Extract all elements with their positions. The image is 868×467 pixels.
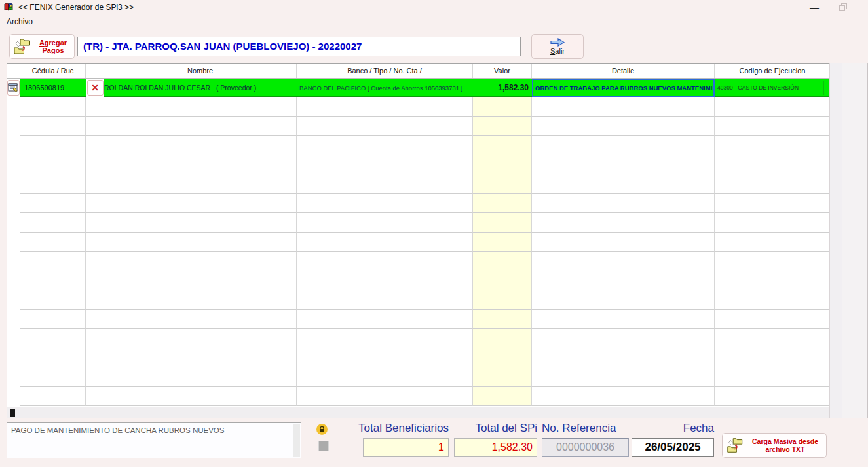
titlebar: << FENIX Generador de SPi3 >> — <box>0 0 868 14</box>
cell-detalle-selected[interactable]: ORDEN DE TRABAJO PARA RUBROS NUEVOS MANT… <box>532 79 715 97</box>
menu-archivo[interactable]: Archivo <box>0 14 39 29</box>
agregar-pagos-label: Agregar Pagos <box>32 39 74 54</box>
no-referencia-label: No. Referencia <box>542 422 647 435</box>
table-horizontal-scrollbar[interactable] <box>7 407 829 418</box>
table-header: Cédula / Ruc Nombre Banco / Tipo / No. C… <box>7 64 829 79</box>
col-cedula: Cédula / Ruc <box>20 64 86 78</box>
table-row-empty[interactable] <box>7 252 829 271</box>
table-vertical-scrollbar[interactable] <box>829 63 842 418</box>
table-row-empty[interactable] <box>7 136 829 155</box>
minimize-button[interactable]: — <box>804 0 824 14</box>
salir-label: Salir <box>550 47 565 55</box>
payment-row: 1306590819 ✕ ROLDAN ROLDAN JULIO CESAR (… <box>7 79 829 97</box>
edit-row-button[interactable] <box>7 80 20 96</box>
col-detalle: Detalle <box>532 64 715 78</box>
fecha-field[interactable]: 26/05/2025 <box>632 438 714 457</box>
carga-masiva-button[interactable]: Carga Masiva desde archivo TXT <box>722 433 827 458</box>
carga-masiva-label: Carga Masiva desde archivo TXT <box>744 438 826 453</box>
table-row-empty[interactable] <box>7 329 829 348</box>
salir-button[interactable]: Salir <box>531 34 584 59</box>
cell-nombre[interactable]: ROLDAN ROLDAN JULIO CESAR ( Proveedor ) <box>104 79 297 97</box>
table-row-empty[interactable] <box>7 194 829 214</box>
cell-codigo[interactable]: 40300 - GASTO DE INVERSIÓN <box>715 79 829 97</box>
total-spi-label: Total del SPi <box>454 422 537 435</box>
empty-rows <box>7 97 829 406</box>
table-row-empty[interactable] <box>7 155 829 175</box>
exit-arrow-icon <box>550 38 565 47</box>
table-row-empty[interactable] <box>7 367 829 387</box>
col-rowselector <box>7 64 20 78</box>
descripcion-scrollbar[interactable] <box>293 424 300 457</box>
col-delete <box>86 64 104 78</box>
app-window: << FENIX Generador de SPi3 >> — Archivo … <box>0 0 868 467</box>
table-row-empty[interactable] <box>7 174 829 194</box>
restore-button[interactable] <box>833 0 853 14</box>
status-square[interactable] <box>318 441 329 451</box>
fecha-label: Fecha <box>632 422 714 435</box>
table-row-empty[interactable] <box>7 290 829 310</box>
table-right-gutter <box>842 63 868 418</box>
cell-valor[interactable]: 1,582.30 <box>473 79 532 97</box>
cell-banco[interactable]: BANCO DEL PACIFICO [ Cuenta de Ahorros 1… <box>297 79 473 97</box>
col-banco: Banco / Tipo / No. Cta / <box>297 64 473 78</box>
total-spi-field: 1,582.30 <box>454 438 537 457</box>
folder-transfer-icon <box>12 37 32 56</box>
payments-table: Cédula / Ruc Nombre Banco / Tipo / No. C… <box>7 63 829 407</box>
col-codigo: Codigo de Ejecucion <box>715 64 829 78</box>
delete-x-icon: ✕ <box>91 83 99 92</box>
window-title: << FENIX Generador de SPi3 >> <box>18 3 134 12</box>
lock-icon <box>316 424 328 435</box>
col-nombre: Nombre <box>104 64 297 78</box>
hscroll-thumb[interactable] <box>10 409 15 417</box>
descripcion-textarea[interactable]: PAGO DE MANTENIMIENTO DE CANCHA RUBROS N… <box>7 422 301 458</box>
descripcion-text: PAGO DE MANTENIMIENTO DE CANCHA RUBROS N… <box>7 423 301 434</box>
table-row-empty[interactable] <box>7 97 829 117</box>
restore-icon <box>839 3 847 11</box>
cell-cedula[interactable]: 1306590819 <box>20 79 86 97</box>
col-valor: Valor <box>473 64 532 78</box>
app-icon <box>4 2 14 12</box>
table-row-empty[interactable] <box>7 387 829 407</box>
table-row-empty[interactable] <box>7 213 829 233</box>
table-row-empty[interactable] <box>7 310 829 329</box>
table-row-empty[interactable] <box>7 117 829 136</box>
entity-field[interactable]: (TR) - JTA. PARROQ.SAN JUAN (PUEBLOVIEJO… <box>77 37 521 56</box>
table-row-empty[interactable] <box>7 348 829 368</box>
no-referencia-field[interactable]: 0000000036 <box>542 438 629 457</box>
delete-row-button[interactable]: ✕ <box>87 80 104 96</box>
total-beneficiarios-field: 1 <box>363 438 449 457</box>
menubar: Archivo <box>0 14 868 29</box>
folder-transfer-icon <box>726 436 744 455</box>
table-row-empty[interactable] <box>7 271 829 291</box>
total-beneficiarios-label: Total Beneficiarios <box>328 422 449 435</box>
edit-form-icon <box>8 83 19 93</box>
table-row-empty[interactable] <box>7 233 829 252</box>
agregar-pagos-button[interactable]: Agregar Pagos <box>9 34 75 59</box>
